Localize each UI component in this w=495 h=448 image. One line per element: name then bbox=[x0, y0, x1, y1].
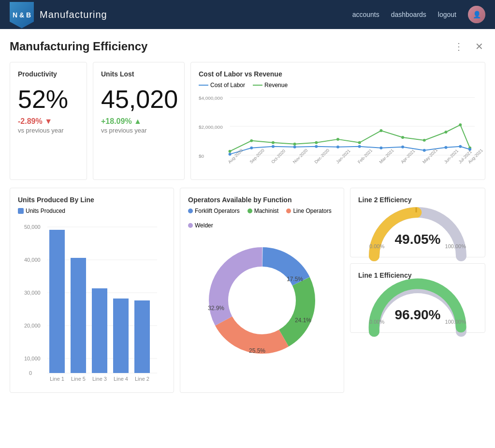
bar-line4 bbox=[113, 299, 129, 373]
units-lost-change: +18.09% ▲ bbox=[101, 117, 176, 126]
units-lost-value: 45,020 bbox=[101, 86, 176, 113]
svg-text:Line 3: Line 3 bbox=[92, 376, 107, 382]
page-title: Manufacturing Efficiency bbox=[10, 40, 452, 53]
line2-max: 100.00% bbox=[445, 243, 466, 249]
svg-point-15 bbox=[423, 139, 426, 142]
svg-point-11 bbox=[336, 138, 339, 141]
cost-chart-title: Cost of Labor vs Revenue bbox=[199, 70, 477, 78]
app-title: Manufacturing bbox=[40, 9, 107, 20]
svg-text:Oct-2020: Oct-2020 bbox=[270, 149, 286, 164]
svg-text:$0: $0 bbox=[199, 153, 204, 159]
cost-chart-legend: Cost of Labor Revenue bbox=[199, 82, 477, 89]
avatar: 👤 bbox=[468, 6, 485, 23]
svg-text:Jan-2021: Jan-2021 bbox=[335, 149, 351, 164]
svg-point-28 bbox=[423, 149, 426, 152]
more-options-button[interactable]: ⋮ bbox=[452, 39, 466, 54]
logo-badge: N & B bbox=[10, 2, 34, 29]
main-content: Manufacturing Efficiency ⋮ ✕ Productivit… bbox=[0, 29, 495, 448]
svg-text:Dec-2020: Dec-2020 bbox=[314, 148, 330, 164]
top-row: Productivity 52% -2.89% ▼ vs previous ye… bbox=[10, 62, 485, 180]
productivity-label: Productivity bbox=[18, 70, 79, 78]
svg-text:24.1%: 24.1% bbox=[295, 317, 311, 324]
legend-machinist: Machinist bbox=[248, 208, 279, 214]
donut-chart-title: Operators Available by Function bbox=[188, 196, 336, 204]
legend-cost-labor: Cost of Labor bbox=[199, 82, 245, 89]
legend-forklift: Forklift Operators bbox=[188, 208, 240, 214]
line1-efficiency-card: Line 1 Efficiency 96.90% bbox=[350, 263, 485, 333]
donut-svg: 17.5% 24.1% 25.5% 32.9% bbox=[188, 233, 336, 368]
avatar-image: 👤 bbox=[468, 6, 485, 23]
nav-logout[interactable]: logout bbox=[438, 11, 456, 18]
bar-chart-legend: Units Produced bbox=[18, 208, 166, 214]
donut-center bbox=[231, 269, 293, 332]
svg-point-20 bbox=[250, 147, 253, 149]
svg-text:Line 4: Line 4 bbox=[114, 376, 128, 382]
page-header: Manufacturing Efficiency ⋮ ✕ bbox=[10, 39, 485, 54]
donut-legend: Forklift Operators Machinist Line Operat… bbox=[188, 208, 336, 229]
nav-dashboards[interactable]: dashboards bbox=[391, 11, 426, 18]
svg-point-6 bbox=[229, 150, 232, 153]
productivity-vs: vs previous year bbox=[18, 127, 79, 134]
legend-revenue-label: Revenue bbox=[264, 82, 288, 89]
svg-text:Feb-2021: Feb-2021 bbox=[357, 148, 373, 164]
svg-point-25 bbox=[358, 145, 361, 148]
bar-line3 bbox=[92, 288, 107, 373]
units-lost-vs: vs previous year bbox=[101, 127, 176, 134]
svg-text:$4,000,000: $4,000,000 bbox=[199, 95, 223, 101]
line2-efficiency-card: Line 2 Efficiency bbox=[350, 188, 485, 257]
svg-text:Nov-2020: Nov-2020 bbox=[292, 148, 308, 164]
svg-text:0: 0 bbox=[29, 370, 32, 376]
logo-text: N & B bbox=[13, 11, 31, 19]
productivity-change: -2.89% ▼ bbox=[18, 117, 79, 126]
cost-chart-card: Cost of Labor vs Revenue Cost of Labor R… bbox=[190, 62, 485, 180]
svg-point-29 bbox=[444, 146, 447, 149]
legend-cost-labor-line bbox=[199, 85, 208, 86]
line2-title: Line 2 Efficiency bbox=[358, 196, 477, 204]
bottom-row: Units Produced By Line Units Produced 50… bbox=[10, 188, 485, 393]
nav-accounts[interactable]: accounts bbox=[352, 11, 379, 18]
close-button[interactable]: ✕ bbox=[473, 39, 485, 54]
svg-text:25.5%: 25.5% bbox=[249, 347, 265, 354]
bar-chart-card: Units Produced By Line Units Produced 50… bbox=[10, 188, 174, 393]
svg-text:$2,000,000: $2,000,000 bbox=[199, 124, 223, 130]
legend-units-dot bbox=[18, 208, 24, 214]
svg-point-26 bbox=[379, 147, 382, 149]
units-lost-card: Units Lost 45,020 +18.09% ▲ vs previous … bbox=[93, 62, 185, 180]
legend-welder: Welder bbox=[188, 222, 336, 229]
svg-text:Jun-2021: Jun-2021 bbox=[443, 149, 459, 164]
svg-point-27 bbox=[401, 146, 404, 149]
svg-point-17 bbox=[459, 123, 462, 126]
legend-revenue: Revenue bbox=[253, 82, 288, 89]
svg-text:40,000: 40,000 bbox=[24, 257, 41, 263]
page-actions: ⋮ ✕ bbox=[452, 39, 485, 54]
legend-cost-labor-label: Cost of Labor bbox=[210, 82, 245, 89]
svg-point-10 bbox=[315, 141, 318, 144]
legend-units-produced: Units Produced bbox=[18, 208, 65, 214]
line2-min: 0.00% bbox=[369, 243, 384, 249]
cost-chart-svg: $4,000,000 $2,000,000 $0 bbox=[199, 92, 477, 170]
svg-point-21 bbox=[272, 145, 275, 148]
donut-chart-card: Operators Available by Function Forklift… bbox=[180, 188, 344, 393]
line1-title: Line 1 Efficiency bbox=[358, 271, 477, 279]
svg-text:17.5%: 17.5% bbox=[287, 276, 303, 283]
svg-text:10,000: 10,000 bbox=[24, 356, 41, 361]
bar-chart-title: Units Produced By Line bbox=[18, 196, 166, 204]
bar-chart-svg: 50,000 40,000 30,000 20,000 10,000 0 bbox=[18, 218, 166, 383]
svg-point-30 bbox=[459, 145, 462, 148]
svg-text:20,000: 20,000 bbox=[24, 323, 41, 329]
svg-point-16 bbox=[444, 131, 447, 134]
svg-text:Apr-2021: Apr-2021 bbox=[400, 149, 416, 164]
svg-text:Mar-2021: Mar-2021 bbox=[379, 148, 395, 164]
svg-point-22 bbox=[293, 146, 296, 149]
svg-text:Line 1: Line 1 bbox=[50, 376, 64, 382]
svg-point-7 bbox=[250, 139, 253, 142]
gauge-cards: Line 2 Efficiency bbox=[350, 188, 485, 393]
productivity-card: Productivity 52% -2.89% ▼ vs previous ye… bbox=[10, 62, 87, 180]
header: N & B Manufacturing accounts dashboards … bbox=[0, 0, 495, 29]
line1-max: 100.00% bbox=[445, 319, 466, 325]
line1-gauge-container: 96.90% 0.00% 100.00% bbox=[358, 283, 477, 325]
bar-line5 bbox=[71, 258, 86, 373]
legend-revenue-line bbox=[253, 85, 262, 86]
svg-text:Sep-2020: Sep-2020 bbox=[249, 148, 265, 164]
units-lost-label: Units Lost bbox=[101, 70, 176, 78]
